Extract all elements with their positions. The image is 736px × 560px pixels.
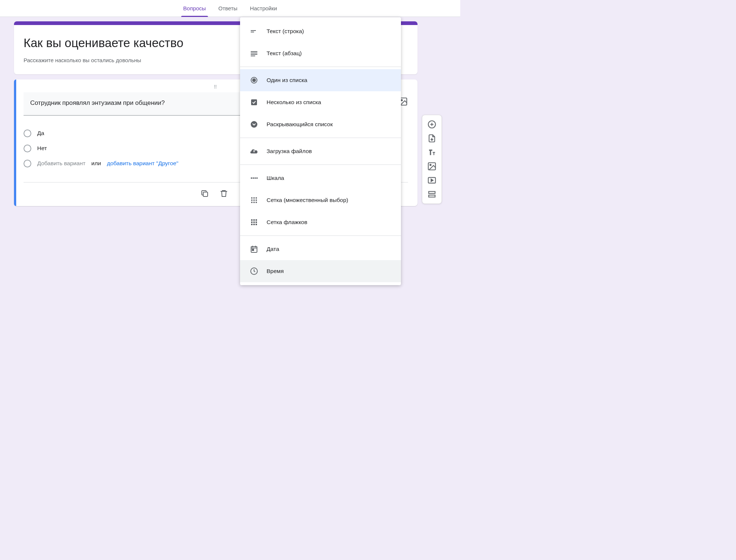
question-type-radio-grid[interactable]: Сетка (множественный выбор) (240, 189, 401, 211)
svg-point-13 (251, 177, 252, 179)
scale-icon (250, 174, 258, 182)
question-type-label: Загрузка файлов (267, 148, 312, 155)
question-type-label: Несколько из списка (267, 99, 321, 106)
add-section-icon[interactable] (427, 189, 437, 199)
add-video-icon[interactable] (427, 176, 437, 185)
duplicate-icon[interactable] (200, 189, 209, 198)
svg-point-16 (256, 177, 258, 179)
radio-icon (24, 145, 31, 152)
question-type-label: Сетка (множественный выбор) (267, 197, 348, 203)
question-type-label: Раскрывающийся список (267, 121, 333, 128)
radio-grid-icon (250, 196, 258, 205)
option-label[interactable]: Да (37, 130, 44, 137)
svg-rect-4 (251, 32, 254, 32)
svg-point-12 (251, 121, 257, 128)
question-type-label: Один из списка (267, 77, 307, 84)
svg-point-18 (253, 197, 255, 199)
editor-tabs: Вопросы Ответы Настройки (0, 0, 460, 17)
add-option-label[interactable]: Добавить вариант (37, 160, 85, 167)
svg-rect-7 (251, 54, 257, 55)
question-type-radio[interactable]: Один из списка (240, 69, 401, 91)
question-type-short-text[interactable]: Текст (строка) (240, 20, 401, 42)
svg-rect-36 (252, 249, 254, 251)
time-icon (250, 267, 258, 276)
question-type-paragraph[interactable]: Текст (абзац) (240, 42, 401, 64)
svg-rect-6 (251, 53, 257, 53)
svg-rect-31 (256, 221, 257, 223)
svg-rect-32 (251, 224, 253, 225)
svg-rect-3 (251, 30, 256, 31)
question-type-time[interactable]: Время (240, 260, 401, 282)
menu-separator (240, 235, 401, 236)
svg-point-25 (256, 202, 257, 203)
tab-settings[interactable]: Настройки (250, 0, 277, 17)
add-image-icon[interactable] (427, 162, 437, 171)
question-type-scale[interactable]: Шкала (240, 167, 401, 189)
radio-icon (250, 76, 258, 85)
svg-point-20 (251, 199, 253, 201)
svg-point-1 (401, 100, 402, 101)
svg-rect-26 (251, 219, 253, 221)
add-option-or: или (91, 160, 101, 167)
menu-separator (240, 138, 401, 138)
question-type-file-upload[interactable]: Загрузка файлов (240, 140, 401, 162)
import-questions-icon[interactable] (427, 134, 437, 143)
svg-point-21 (253, 199, 255, 201)
svg-rect-33 (253, 224, 255, 225)
svg-rect-29 (251, 221, 253, 223)
question-type-label: Текст (абзац) (267, 50, 302, 57)
menu-separator (240, 164, 401, 165)
question-type-label: Шкала (267, 175, 284, 181)
svg-rect-28 (256, 219, 257, 221)
radio-icon (24, 160, 31, 167)
delete-icon[interactable] (219, 189, 228, 198)
checkbox-icon (250, 98, 258, 107)
question-type-label: Текст (строка) (267, 28, 304, 35)
svg-point-15 (254, 177, 256, 179)
add-question-icon[interactable] (427, 120, 437, 129)
question-type-dropdown[interactable]: Раскрывающийся список (240, 113, 401, 135)
svg-point-23 (251, 202, 253, 203)
file-upload-icon (250, 147, 258, 156)
question-type-label: Время (267, 268, 284, 274)
svg-rect-34 (256, 224, 257, 225)
svg-rect-2 (203, 192, 208, 196)
svg-point-24 (253, 202, 255, 203)
side-toolbar (422, 115, 442, 204)
svg-point-22 (256, 199, 257, 201)
checkbox-grid-icon (250, 218, 258, 227)
svg-rect-43 (429, 195, 435, 197)
add-other-link[interactable]: добавить вариант "Другое" (107, 160, 178, 167)
tab-questions[interactable]: Вопросы (183, 0, 206, 17)
svg-rect-27 (253, 219, 255, 221)
svg-rect-42 (429, 191, 435, 193)
question-type-checkbox-grid[interactable]: Сетка флажков (240, 211, 401, 233)
question-type-checkbox[interactable]: Несколько из списка (240, 91, 401, 113)
add-title-icon[interactable] (427, 148, 437, 157)
svg-point-17 (251, 197, 253, 199)
radio-icon (24, 130, 31, 137)
short-text-icon (250, 27, 258, 36)
option-label[interactable]: Нет (37, 145, 47, 152)
dropdown-icon (250, 120, 258, 129)
svg-rect-8 (251, 56, 255, 56)
svg-rect-30 (253, 221, 255, 223)
svg-rect-11 (251, 99, 257, 105)
paragraph-icon (250, 49, 258, 58)
question-type-label: Сетка флажков (267, 219, 307, 226)
svg-point-10 (253, 79, 256, 82)
svg-rect-5 (251, 51, 257, 52)
svg-point-19 (256, 197, 257, 199)
question-type-date[interactable]: Дата (240, 238, 401, 260)
tab-responses[interactable]: Ответы (218, 0, 237, 17)
svg-point-40 (430, 164, 431, 166)
question-type-label: Дата (267, 246, 279, 252)
date-icon (250, 245, 258, 254)
menu-separator (240, 67, 401, 67)
question-type-menu[interactable]: Текст (строка)Текст (абзац)Один из списк… (240, 17, 401, 285)
svg-point-14 (253, 177, 254, 179)
